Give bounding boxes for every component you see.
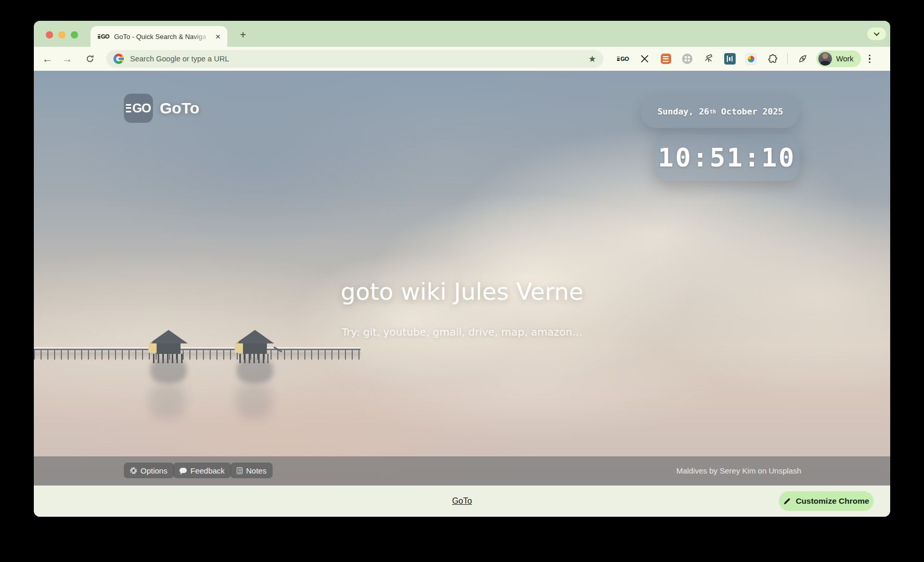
teal-chart-icon	[724, 53, 736, 65]
options-label: Options	[140, 466, 168, 475]
tab-strip: GO GoTo - Quick Search & Naviga × +	[34, 21, 890, 47]
bungalow-reflection	[236, 383, 272, 419]
browser-window: GO GoTo - Quick Search & Naviga × + ← → …	[34, 21, 890, 517]
x-twitter-icon	[640, 55, 649, 63]
speech-bubble-icon	[179, 468, 187, 473]
new-tab-page: GO GoTo Sunday, 26thOctober 2025 10:51:1…	[34, 71, 890, 486]
forward-button[interactable]: →	[59, 47, 75, 71]
photo-attribution: Maldives by Serey Kim on Unsplash	[676, 466, 801, 475]
goto-logo-icon: GO	[126, 101, 150, 116]
search-query-text[interactable]: goto wiki Jules Verne	[34, 278, 890, 305]
gear-icon	[130, 467, 137, 474]
goto-logo-title: GoTo	[160, 99, 199, 117]
clover-icon	[682, 54, 692, 64]
reload-button[interactable]	[82, 47, 98, 71]
goto-link[interactable]: GoTo	[452, 496, 472, 506]
profile-name: Work	[836, 55, 854, 63]
browser-toolbar: ← → Search Google or type a URL ★ GO	[34, 47, 890, 71]
bungalow-reflection	[237, 358, 273, 383]
extension-clover-button[interactable]	[679, 51, 695, 67]
leaf-energy-icon	[798, 54, 808, 64]
active-tab[interactable]: GO GoTo - Quick Search & Naviga ×	[91, 26, 227, 47]
options-button[interactable]: Options	[124, 463, 174, 478]
extensions-row: GO	[612, 47, 875, 71]
customize-chrome-label: Customize Chrome	[795, 496, 869, 506]
extension-telescope-button[interactable]	[701, 51, 716, 67]
window-minimize-button[interactable]	[58, 31, 66, 39]
dot	[869, 61, 871, 63]
pier	[34, 349, 361, 350]
customize-chrome-button[interactable]: Customize Chrome	[779, 491, 874, 511]
feedback-label: Feedback	[190, 466, 225, 475]
date-prefix: Sunday, 26	[658, 107, 709, 117]
bungalow-reflection	[149, 383, 186, 419]
goto-logo: GO GoTo	[124, 94, 199, 123]
extension-goto-button[interactable]: GO	[615, 51, 631, 67]
feedback-button[interactable]: Feedback	[173, 463, 231, 478]
clock-display: 10:51:10	[654, 134, 800, 181]
profile-avatar	[818, 52, 832, 66]
extension-x-button[interactable]	[637, 51, 652, 67]
search-hint-text: Try: git, youtube, gmail, drive, map, am…	[34, 326, 890, 338]
pinwheel-icon	[746, 54, 756, 65]
goto-logo-tile: GO	[124, 94, 153, 123]
dot	[869, 58, 871, 60]
extension-teal-chart-button[interactable]	[722, 51, 738, 67]
extension-orange-list-button[interactable]	[658, 51, 674, 67]
address-bar[interactable]: Search Google or type a URL ★	[106, 50, 604, 68]
goto-favicon-icon: GO	[98, 33, 109, 40]
window-close-button[interactable]	[46, 31, 53, 39]
window-zoom-button[interactable]	[71, 31, 78, 39]
browser-menu-button[interactable]	[865, 47, 875, 71]
tab-title: GoTo - Quick Search & Naviga	[114, 33, 214, 41]
goto-extension-icon: GO	[617, 56, 628, 62]
performance-button[interactable]	[795, 51, 811, 67]
bottom-strip: GoTo Customize Chrome	[34, 486, 890, 517]
page-footer-bar: Options Feedback Notes Maldives by Serey…	[34, 456, 890, 486]
date-ordinal: th	[710, 109, 716, 114]
bungalow-reflection	[150, 358, 187, 383]
google-icon	[113, 54, 124, 64]
notes-button[interactable]: Notes	[230, 463, 273, 478]
extensions-menu-button[interactable]	[765, 51, 780, 67]
tab-search-button[interactable]	[867, 28, 886, 40]
profile-button[interactable]: Work	[816, 50, 861, 67]
notes-label: Notes	[246, 466, 266, 475]
telescope-icon	[703, 54, 714, 64]
puzzle-icon	[767, 54, 778, 65]
toolbar-separator	[787, 53, 788, 65]
bookmark-star-icon[interactable]: ★	[588, 54, 596, 65]
pencil-icon	[783, 497, 791, 505]
date-suffix: October 2025	[721, 107, 783, 117]
note-icon	[237, 467, 242, 474]
extension-pinwheel-button[interactable]	[743, 51, 759, 67]
date-display: Sunday, 26thOctober 2025	[641, 95, 800, 128]
new-tab-button[interactable]: +	[236, 28, 250, 42]
chevron-down-icon	[874, 30, 879, 36]
tab-close-icon[interactable]: ×	[214, 32, 222, 41]
back-button[interactable]: ←	[39, 47, 56, 71]
reload-icon	[85, 54, 95, 63]
address-bar-placeholder: Search Google or type a URL	[130, 55, 588, 63]
dot	[869, 55, 871, 57]
orange-list-icon	[661, 54, 671, 64]
